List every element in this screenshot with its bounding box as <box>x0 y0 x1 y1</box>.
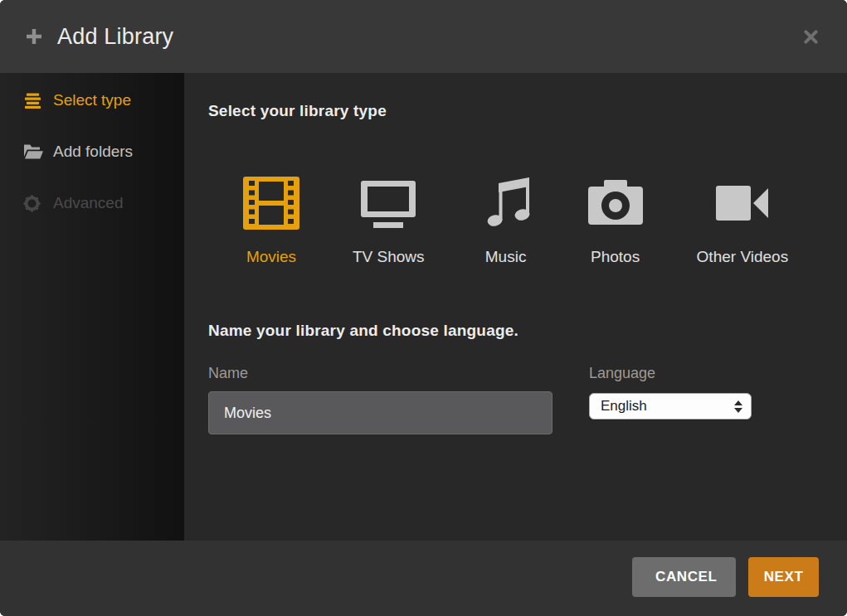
dialog-title: Add Library <box>57 24 173 50</box>
film-strip-icon <box>243 177 299 230</box>
close-button[interactable] <box>800 26 822 48</box>
language-select[interactable]: English <box>589 393 752 420</box>
sidebar-item-label: Add folders <box>53 143 133 161</box>
sidebar-item-add-folders[interactable]: Add folders <box>0 126 184 177</box>
dialog-footer: CANCEL NEXT <box>0 541 847 616</box>
sidebar-item-select-type[interactable]: Select type <box>0 75 184 126</box>
dialog-body: Select type Add folders <box>0 73 847 541</box>
dialog-header: Add Library <box>0 0 847 73</box>
library-type-music[interactable]: Music <box>478 177 534 266</box>
library-type-movies[interactable]: Movies <box>243 177 299 266</box>
library-type-heading: Select your library type <box>208 101 822 121</box>
library-name-input[interactable] <box>208 391 552 434</box>
list-lines-icon <box>23 93 43 109</box>
camera-icon <box>587 177 644 230</box>
library-type-label: Movies <box>246 248 296 266</box>
library-type-row: Movies TV Shows <box>243 177 822 266</box>
language-label: Language <box>589 364 752 382</box>
folder-open-icon <box>23 143 43 160</box>
select-stepper-icon <box>734 400 742 413</box>
cancel-button[interactable]: CANCEL <box>632 557 736 597</box>
name-label: Name <box>208 364 552 382</box>
sidebar-item-label: Advanced <box>53 194 124 212</box>
sidebar-item-advanced[interactable]: Advanced <box>0 177 184 229</box>
library-type-label: Music <box>485 248 527 266</box>
library-type-other-videos[interactable]: Other Videos <box>697 177 789 266</box>
plus-icon <box>25 27 43 46</box>
library-type-tv-shows[interactable]: TV Shows <box>353 177 425 266</box>
tv-icon <box>360 177 416 230</box>
name-language-heading: Name your library and choose language. <box>208 321 822 341</box>
name-field-group: Name <box>208 364 552 434</box>
language-field-group: Language English <box>589 364 752 434</box>
sidebar: Select type Add folders <box>0 73 184 541</box>
library-type-label: TV Shows <box>353 248 425 266</box>
library-type-label: Photos <box>591 248 640 266</box>
library-type-photos[interactable]: Photos <box>587 177 644 266</box>
close-icon <box>803 29 819 45</box>
library-type-label: Other Videos <box>697 248 789 266</box>
name-language-form: Name Language English <box>208 364 822 434</box>
language-selected-value: English <box>601 398 734 415</box>
video-camera-icon <box>714 177 771 230</box>
add-library-dialog: Add Library <box>0 0 847 616</box>
gear-icon <box>23 195 43 212</box>
music-note-icon <box>478 177 534 230</box>
main-panel: Select your library type <box>184 73 847 541</box>
next-button[interactable]: NEXT <box>748 557 819 597</box>
sidebar-item-label: Select type <box>53 91 131 109</box>
